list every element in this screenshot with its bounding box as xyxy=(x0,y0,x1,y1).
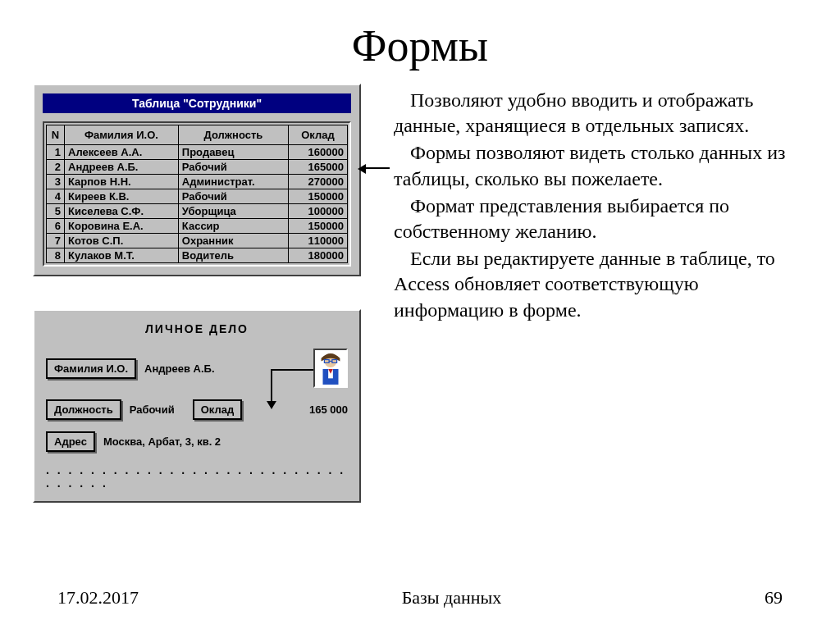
cell-job: Кассир xyxy=(178,219,288,234)
col-name: Фамилия И.О. xyxy=(65,125,179,145)
para-2: Формы позволяют видеть столько данных из… xyxy=(394,140,807,191)
form-row-job: Должность Рабочий Оклад 165 000 xyxy=(46,399,348,420)
para-3: Формат представления выбирается по собст… xyxy=(394,194,807,244)
label-salary: Оклад xyxy=(193,399,243,420)
footer-subject: Базы данных xyxy=(402,587,502,608)
table-row: 6Коровина Е.А.Кассир150000 xyxy=(47,219,348,234)
cell-n: 8 xyxy=(47,248,65,263)
col-job: Должность xyxy=(178,125,288,145)
ellipsis-line: . . . . . . . . . . . . . . . . . . . . … xyxy=(46,463,348,490)
form-row-address: Адрес Москва, Арбат, 3, кв. 2 xyxy=(46,431,348,452)
cell-name: Киреев К.В. xyxy=(65,189,179,204)
label-address: Адрес xyxy=(46,431,95,452)
slide-title: Формы xyxy=(33,21,807,71)
cell-n: 5 xyxy=(47,204,65,219)
cell-n: 6 xyxy=(47,219,65,234)
cell-salary: 100000 xyxy=(289,204,348,219)
cell-n: 4 xyxy=(47,189,65,204)
cell-name: Алексеев А.А. xyxy=(65,145,179,160)
para-4: Если вы редактируете данные в таблице, т… xyxy=(394,246,807,323)
cell-n: 1 xyxy=(47,145,65,160)
employees-table-wrap: N Фамилия И.О. Должность Оклад 1Алексеев… xyxy=(43,121,351,267)
cell-salary: 160000 xyxy=(289,145,348,160)
col-n: N xyxy=(47,125,65,145)
cell-job: Водитель xyxy=(178,248,288,263)
value-name: Андреев А.Б. xyxy=(144,362,214,375)
slide-footer: 17.02.2017 Базы данных 69 xyxy=(0,587,840,608)
cell-job: Рабочий xyxy=(178,160,288,175)
table-row: 3Карпов Н.Н.Администрат.270000 xyxy=(47,175,348,189)
cell-name: Коровина Е.А. xyxy=(65,219,179,234)
cell-name: Киселева С.Ф. xyxy=(65,204,179,219)
cell-job: Администрат. xyxy=(178,175,288,189)
cell-salary: 165000 xyxy=(289,160,348,175)
cell-n: 3 xyxy=(47,175,65,189)
table-row: 7Котов С.П.Охранник110000 xyxy=(47,234,348,248)
employees-table: N Фамилия И.О. Должность Оклад 1Алексеев… xyxy=(46,125,348,263)
value-salary: 165 000 xyxy=(309,403,348,416)
table-row: 8Кулаков М.Т.Водитель180000 xyxy=(47,248,348,263)
table-panel: Таблица "Сотрудники" N Фамилия И.О. Долж… xyxy=(33,84,361,276)
description-text: Позволяют удобно вводить и отображать да… xyxy=(394,84,807,503)
table-row: 2Андреев А.Б.Рабочий165000 xyxy=(47,160,348,175)
cell-salary: 150000 xyxy=(289,189,348,204)
cell-salary: 180000 xyxy=(289,248,348,263)
table-row: 4Киреев К.В.Рабочий150000 xyxy=(47,189,348,204)
table-row: 1Алексеев А.А.Продавец160000 xyxy=(47,145,348,160)
cell-name: Карпов Н.Н. xyxy=(65,175,179,189)
footer-date: 17.02.2017 xyxy=(57,587,139,608)
label-job: Должность xyxy=(46,399,121,420)
value-address: Москва, Арбат, 3, кв. 2 xyxy=(103,435,221,448)
cell-salary: 150000 xyxy=(289,219,348,234)
footer-page: 69 xyxy=(765,587,783,608)
para-1: Позволяют удобно вводить и отображать да… xyxy=(394,88,807,139)
cell-n: 2 xyxy=(47,160,65,175)
cell-salary: 110000 xyxy=(289,234,348,248)
panel-titlebar: Таблица "Сотрудники" xyxy=(43,93,351,113)
cell-job: Продавец xyxy=(178,145,288,160)
cell-name: Кулаков М.Т. xyxy=(65,248,179,263)
cell-n: 7 xyxy=(47,234,65,248)
cell-name: Котов С.П. xyxy=(65,234,179,248)
form-row-name: Фамилия И.О. Андреев А.Б. xyxy=(46,349,348,388)
table-row: 5Киселева С.Ф.Уборщица100000 xyxy=(47,204,348,219)
value-job: Рабочий xyxy=(130,403,175,416)
form-panel: ЛИЧНОЕ ДЕЛО Фамилия И.О. Андреев А.Б. xyxy=(33,309,361,503)
arrow-left-icon xyxy=(361,167,390,169)
avatar-icon xyxy=(313,349,348,388)
cell-salary: 270000 xyxy=(289,175,348,189)
cell-job: Рабочий xyxy=(178,189,288,204)
cell-name: Андреев А.Б. xyxy=(65,160,179,175)
cell-job: Уборщица xyxy=(178,204,288,219)
cell-job: Охранник xyxy=(178,234,288,248)
arrow-down-icon xyxy=(271,369,272,406)
col-salary: Оклад xyxy=(289,125,348,145)
form-title: ЛИЧНОЕ ДЕЛО xyxy=(46,322,348,335)
label-name: Фамилия И.О. xyxy=(46,358,136,379)
